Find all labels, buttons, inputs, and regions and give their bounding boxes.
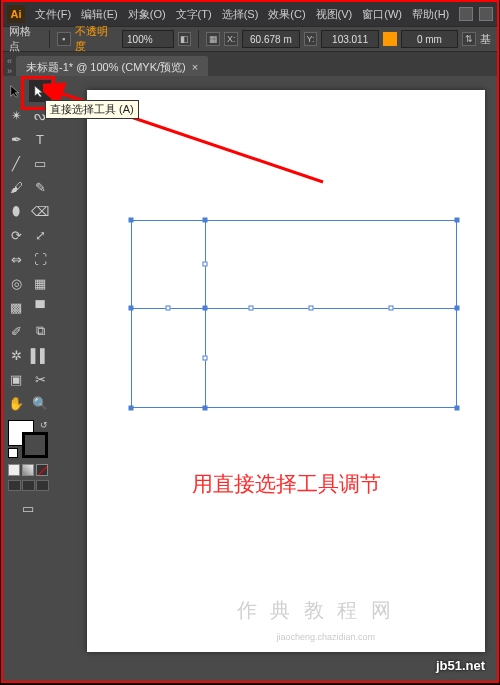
rectangle-tool-icon[interactable]: ▭ bbox=[29, 152, 51, 174]
section-label: 基 bbox=[480, 32, 491, 47]
tab-scroll-icon[interactable]: «» bbox=[3, 56, 16, 76]
topbar-icon-group bbox=[459, 7, 493, 21]
y-input[interactable]: 103.011 bbox=[321, 30, 378, 48]
eraser-tool-icon[interactable]: ⌫ bbox=[29, 200, 51, 222]
anchor-point[interactable] bbox=[129, 306, 134, 311]
layout-icon[interactable] bbox=[459, 7, 473, 21]
menu-bar: Ai 文件(F) 编辑(E) 对象(O) 文字(T) 选择(S) 效果(C) 视… bbox=[3, 2, 497, 26]
document-tab[interactable]: 未标题-1* @ 100% (CMYK/预览) × bbox=[16, 56, 208, 76]
workspace: ✴ ᔓ ✒ T ╱ ▭ 🖌 ✎ ⬮ ⌫ ⟳ ⤢ bbox=[3, 76, 497, 681]
annotation-text: 用直接选择工具调节 bbox=[87, 470, 485, 498]
x-label-icon: X: bbox=[224, 32, 238, 46]
anchor-point[interactable] bbox=[455, 306, 460, 311]
handle-point[interactable] bbox=[249, 306, 254, 311]
menu-effect[interactable]: 效果(C) bbox=[264, 5, 309, 24]
anchor-point[interactable] bbox=[455, 406, 460, 411]
menu-object[interactable]: 对象(O) bbox=[124, 5, 170, 24]
anchor-point[interactable] bbox=[129, 218, 134, 223]
pen-tool-icon[interactable]: ✒ bbox=[5, 128, 27, 150]
opacity-dropdown[interactable]: 100% bbox=[122, 30, 174, 48]
app-frame: Ai 文件(F) 编辑(E) 对象(O) 文字(T) 选择(S) 效果(C) 视… bbox=[1, 0, 499, 683]
link-icon[interactable]: ⇅ bbox=[462, 32, 476, 46]
gradient-tool-icon[interactable]: ▀ bbox=[29, 296, 51, 318]
control-bar: 网格点 ▪ 不透明度 100% ◧ ▦ X: 60.678 m Y: 103.0… bbox=[3, 26, 497, 52]
handle-point[interactable] bbox=[309, 306, 314, 311]
anchor-point[interactable] bbox=[203, 406, 208, 411]
pencil-tool-icon[interactable]: ✎ bbox=[29, 176, 51, 198]
menu-view[interactable]: 视图(V) bbox=[312, 5, 357, 24]
x-input[interactable]: 60.678 m bbox=[242, 30, 299, 48]
stroke-color-swatch[interactable] bbox=[22, 432, 48, 458]
symbol-sprayer-tool-icon[interactable]: ✲ bbox=[5, 344, 27, 366]
type-tool-icon[interactable]: T bbox=[29, 128, 51, 150]
tool-tooltip: 直接选择工具 (A) bbox=[45, 100, 139, 119]
anchor-point[interactable] bbox=[203, 306, 208, 311]
toolbox: ✴ ᔓ ✒ T ╱ ▭ 🖌 ✎ ⬮ ⌫ ⟳ ⤢ bbox=[3, 76, 53, 681]
tab-title: 未标题-1* @ 100% (CMYK/预览) bbox=[26, 60, 186, 75]
gradient-mode-icon[interactable] bbox=[22, 464, 34, 476]
change-screen-icon[interactable]: ▭ bbox=[17, 497, 39, 519]
watermark-text: 作 典 教 程 网 bbox=[237, 597, 395, 624]
w-input[interactable]: 0 mm bbox=[401, 30, 458, 48]
none-mode-icon[interactable] bbox=[36, 464, 48, 476]
full-screen-icon[interactable] bbox=[36, 480, 49, 491]
perspective-tool-icon[interactable]: ▦ bbox=[29, 272, 51, 294]
tab-close-icon[interactable]: × bbox=[192, 61, 198, 73]
document-tabs: «» 未标题-1* @ 100% (CMYK/预览) × bbox=[3, 52, 497, 76]
anchor-point[interactable] bbox=[203, 218, 208, 223]
artboard[interactable]: 用直接选择工具调节 作 典 教 程 网 jiaocheng.chazidian.… bbox=[87, 90, 485, 652]
color-mode-row bbox=[5, 464, 51, 476]
app-logo: Ai bbox=[7, 5, 25, 23]
handle-point[interactable] bbox=[389, 306, 394, 311]
watermark-url: jiaocheng.chazidian.com bbox=[276, 632, 375, 642]
rotate-tool-icon[interactable]: ⟳ bbox=[5, 224, 27, 246]
shape-builder-tool-icon[interactable]: ◎ bbox=[5, 272, 27, 294]
w-label-icon bbox=[383, 32, 397, 46]
scale-tool-icon[interactable]: ⤢ bbox=[29, 224, 51, 246]
anchor-point[interactable] bbox=[129, 406, 134, 411]
menu-file[interactable]: 文件(F) bbox=[31, 5, 75, 24]
handle-point[interactable] bbox=[203, 262, 208, 267]
color-mode-icon[interactable] bbox=[8, 464, 20, 476]
hand-tool-icon[interactable]: ✋ bbox=[5, 392, 27, 414]
default-fill-stroke-icon[interactable] bbox=[8, 448, 18, 458]
normal-screen-icon[interactable] bbox=[8, 480, 21, 491]
canvas-inner: 用直接选择工具调节 作 典 教 程 网 jiaocheng.chazidian.… bbox=[57, 80, 493, 677]
ref-point-icon[interactable]: ▦ bbox=[206, 32, 220, 46]
artboard-tool-icon[interactable]: ▣ bbox=[5, 368, 27, 390]
screen-mode-row bbox=[5, 480, 51, 491]
blob-brush-tool-icon[interactable]: ⬮ bbox=[5, 200, 27, 222]
fill-swatch-icon[interactable]: ▪ bbox=[57, 32, 71, 46]
mesh-rectangle-object[interactable] bbox=[131, 220, 457, 408]
free-transform-tool-icon[interactable]: ⛶ bbox=[29, 248, 51, 270]
menu-select[interactable]: 选择(S) bbox=[218, 5, 263, 24]
paintbrush-tool-icon[interactable]: 🖌 bbox=[5, 176, 27, 198]
graph-tool-icon[interactable]: ▌▌ bbox=[29, 344, 51, 366]
arrange-icon[interactable] bbox=[479, 7, 493, 21]
swap-fill-stroke-icon[interactable]: ↺ bbox=[40, 420, 48, 430]
blend-tool-icon[interactable]: ⧉ bbox=[29, 320, 51, 342]
fill-stroke-control[interactable]: ↺ bbox=[8, 420, 48, 458]
opacity-link[interactable]: 不透明度 bbox=[75, 24, 119, 54]
slice-tool-icon[interactable]: ✂ bbox=[29, 368, 51, 390]
watermark-corner: jb51.net bbox=[436, 658, 485, 673]
canvas-viewport[interactable]: 用直接选择工具调节 作 典 教 程 网 jiaocheng.chazidian.… bbox=[53, 76, 497, 681]
anchor-point[interactable] bbox=[455, 218, 460, 223]
menu-type[interactable]: 文字(T) bbox=[172, 5, 216, 24]
width-tool-icon[interactable]: ⇔ bbox=[5, 248, 27, 270]
mesh-tool-icon[interactable]: ▩ bbox=[5, 296, 27, 318]
menu-edit[interactable]: 编辑(E) bbox=[77, 5, 122, 24]
recolor-icon[interactable]: ◧ bbox=[178, 32, 192, 46]
selection-type-label: 网格点 bbox=[9, 24, 42, 54]
eyedropper-tool-icon[interactable]: ✐ bbox=[5, 320, 27, 342]
menu-window[interactable]: 窗口(W) bbox=[358, 5, 406, 24]
full-screen-menu-icon[interactable] bbox=[22, 480, 35, 491]
y-label-icon: Y: bbox=[304, 32, 318, 46]
handle-point[interactable] bbox=[166, 306, 171, 311]
zoom-tool-icon[interactable]: 🔍 bbox=[29, 392, 51, 414]
menu-help[interactable]: 帮助(H) bbox=[408, 5, 453, 24]
handle-point[interactable] bbox=[203, 356, 208, 361]
line-tool-icon[interactable]: ╱ bbox=[5, 152, 27, 174]
